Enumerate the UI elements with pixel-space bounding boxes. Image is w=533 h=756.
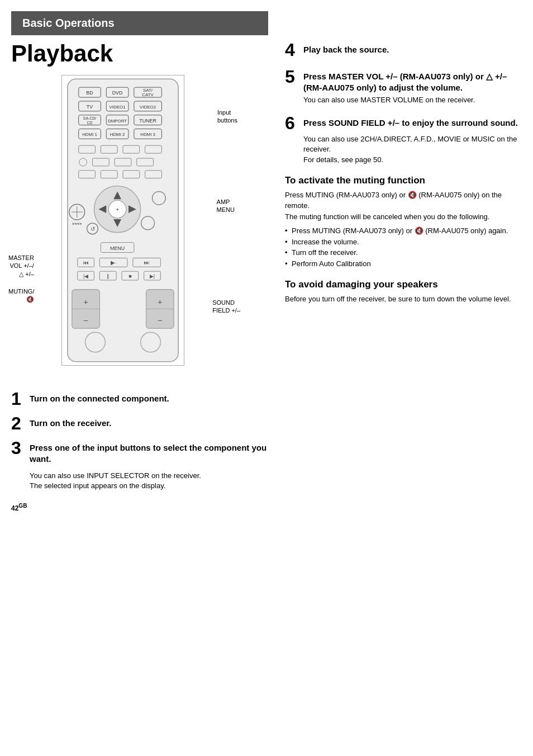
svg-text:+: + (158, 297, 162, 306)
svg-text:CATV: CATV (142, 92, 154, 97)
svg-text:↺: ↺ (91, 226, 95, 232)
input-buttons-label: Inputbuttons (217, 108, 237, 125)
svg-text:♦/♦/♦/♦: ♦/♦/♦/♦ (72, 222, 82, 225)
step-2: 2 Turn on the receiver. (11, 414, 268, 432)
step-5-num: 5 (285, 68, 299, 86)
svg-text:+: + (116, 206, 119, 212)
svg-text:–: – (84, 316, 88, 325)
svg-text:|◀: |◀ (83, 273, 88, 279)
speakers-body: Before you turn off the receiver, be sur… (285, 294, 522, 305)
speakers-heading: To avoid damaging your speakers (285, 279, 522, 290)
svg-text:MENU: MENU (110, 245, 125, 251)
step-4-text: Play back the source. (303, 41, 389, 55)
step-1-text: Turn on the connected component. (30, 390, 169, 404)
svg-text:DMPORT: DMPORT (108, 119, 127, 124)
header-banner: Basic Operations (11, 11, 268, 35)
svg-text:⏭: ⏭ (144, 259, 150, 266)
svg-text:TV: TV (87, 104, 93, 110)
muting-label: MUTING/🔇 (8, 287, 34, 304)
step-6-text: Press SOUND FIELD +/– to enjoy the surro… (303, 114, 518, 129)
speakers-section: To avoid damaging your speakers Before y… (285, 279, 522, 305)
header-title: Basic Operations (22, 17, 257, 30)
svg-text:–: – (158, 316, 163, 325)
svg-text:VIDEO2: VIDEO2 (140, 105, 156, 110)
remote-diagram: MASTERVOL +/–/△ +/– MUTING/🔇 BD DVD (61, 75, 184, 367)
svg-text:⏮: ⏮ (83, 259, 89, 266)
svg-text:■: ■ (129, 273, 131, 279)
svg-text:TUNER: TUNER (139, 118, 156, 124)
step-5-detail: You can also use MASTER VOLUME on the re… (303, 95, 522, 105)
svg-text:+: + (84, 297, 88, 306)
svg-text:CD: CD (87, 121, 93, 125)
svg-text:SA-CD/: SA-CD/ (83, 116, 97, 120)
step-6: 6 Press SOUND FIELD +/– to enjoy the sur… (285, 114, 522, 165)
right-column: 4 Play back the source. 5 Press MASTER V… (274, 41, 522, 492)
svg-text:▶·: ▶· (111, 259, 117, 266)
svg-text:VIDEO1: VIDEO1 (110, 105, 126, 110)
svg-text:HDMI 2: HDMI 2 (110, 133, 125, 138)
sound-field-label: SOUNDFIELD +/– (212, 299, 240, 315)
bullet-4: Perform Auto Calibration (285, 258, 522, 270)
muting-heading: To activate the muting function (285, 175, 522, 186)
muting-section: To activate the muting function Press MU… (285, 175, 522, 270)
step-1-num: 1 (11, 390, 25, 408)
muting-body: Press MUTING (RM-AAU073 only) or 🔇 (RM-A… (285, 190, 522, 223)
svg-text:DVD: DVD (112, 90, 123, 96)
step-3: 3 Press one of the input buttons to sele… (11, 439, 268, 464)
svg-text:▶|: ▶| (150, 273, 155, 279)
step-6-num: 6 (285, 114, 299, 132)
left-column: Playback MASTERVOL +/–/△ +/– MUTING/🔇 (11, 41, 268, 492)
step-4-num: 4 (285, 41, 299, 59)
step-6-detail: You can also use 2CH/A.DIRECT, A.F.D., M… (303, 134, 522, 165)
bullet-1: Press MUTING (RM-AAU073 only) or 🔇 (RM-A… (285, 225, 522, 237)
svg-text:‖: ‖ (107, 273, 110, 279)
page: Basic Operations Playback MASTERVOL +/–/… (0, 0, 533, 756)
bullet-3: Turn off the receiver. (285, 247, 522, 258)
amp-menu-label: AMPMENU (217, 198, 235, 214)
master-vol-label: MASTERVOL +/–/△ +/– (8, 254, 34, 278)
step-1: 1 Turn on the connected component. (11, 390, 268, 408)
svg-text:BD: BD (86, 90, 93, 96)
muting-bullets: Press MUTING (RM-AAU073 only) or 🔇 (RM-A… (285, 225, 522, 269)
content-area: Playback MASTERVOL +/–/△ +/– MUTING/🔇 (0, 35, 533, 497)
step-3-detail: You can also use INPUT SELECTOR on the r… (30, 471, 268, 491)
svg-text:HDMI 3: HDMI 3 (140, 133, 155, 138)
page-title: Playback (11, 41, 268, 67)
svg-text:HDMI 1: HDMI 1 (82, 133, 97, 138)
step-4: 4 Play back the source. (285, 41, 522, 59)
remote-svg: BD DVD SAT/ CATV TV VIDEO1 VIDEO2 SA-CD/ (61, 75, 184, 366)
step-3-num: 3 (11, 439, 25, 457)
bullet-2: Increase the volume. (285, 237, 522, 248)
page-superscript: GB (18, 503, 27, 509)
step-3-text: Press one of the input buttons to select… (30, 439, 268, 464)
steps-left: 1 Turn on the connected component. 2 Tur… (11, 390, 268, 491)
page-number: 42GB (11, 504, 27, 512)
step-2-text: Turn on the receiver. (30, 414, 111, 429)
page-footer: 42GB (0, 497, 533, 518)
step-5: 5 Press MASTER VOL +/– (RM-AAU073 only) … (285, 68, 522, 105)
step-5-text: Press MASTER VOL +/– (RM-AAU073 only) or… (303, 68, 522, 93)
step-2-num: 2 (11, 414, 25, 432)
